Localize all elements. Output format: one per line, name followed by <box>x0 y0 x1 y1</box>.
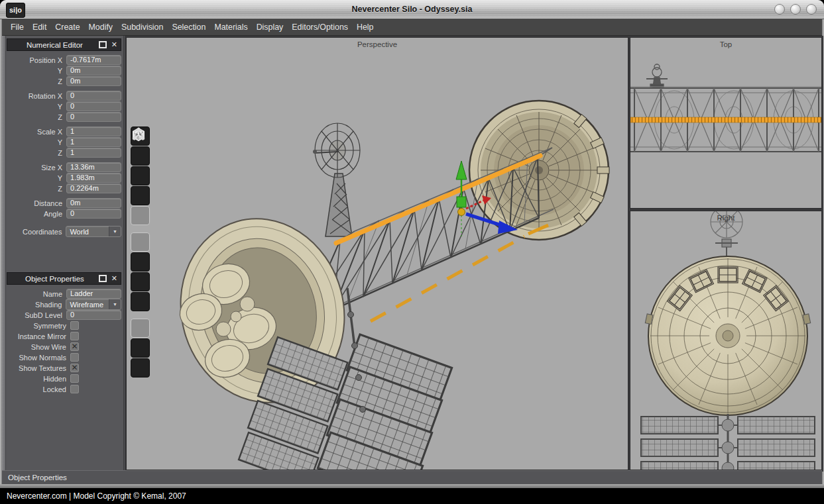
menu-help[interactable]: Help <box>357 23 373 32</box>
subd-level-input[interactable]: 0 <box>66 310 121 320</box>
field-label: Scale X <box>7 128 66 136</box>
numerical-editor-header[interactable]: Numerical Editor ✕ <box>7 38 121 51</box>
field-label: Show Textures <box>7 364 70 372</box>
right-antenna <box>711 211 742 258</box>
distance-input[interactable]: 0m <box>66 198 121 208</box>
menu-display[interactable]: Display <box>257 23 284 32</box>
rotate-tool-button[interactable] <box>131 252 150 272</box>
field-label: Y <box>7 138 66 146</box>
field-label: Instance Mirror <box>7 332 70 340</box>
show-textures-checkbox[interactable]: ✕ <box>70 364 79 372</box>
freeform-select-button[interactable] <box>131 319 150 338</box>
move-tool-button[interactable] <box>131 232 150 252</box>
maximize-button[interactable] <box>790 4 801 15</box>
chevron-down-icon: ▼ <box>109 299 121 309</box>
hidden-checkbox[interactable] <box>70 374 79 383</box>
panel-title: Numerical Editor <box>11 41 99 49</box>
field-label: Show Normals <box>7 354 70 362</box>
position-z-input[interactable]: 0m <box>66 76 121 86</box>
menu-edit[interactable]: Edit <box>32 23 46 32</box>
habitat-sphere <box>645 256 810 415</box>
close-icon[interactable]: ✕ <box>111 41 117 48</box>
field-label: Angle <box>7 210 66 218</box>
field-label: Y <box>7 103 66 111</box>
field-label: Locked <box>7 385 70 393</box>
face-mode-button[interactable] <box>131 166 150 185</box>
status-bar: Object Properties <box>2 470 822 484</box>
right-viewport[interactable]: Right <box>630 211 822 470</box>
field-label: SubD Level <box>7 311 66 319</box>
rotation-x-input[interactable]: 0 <box>66 91 121 101</box>
instance-mirror-checkbox[interactable] <box>70 332 79 340</box>
menu-selection[interactable]: Selection <box>172 23 206 32</box>
field-label: Rotation X <box>7 92 66 100</box>
restore-icon[interactable] <box>99 275 107 282</box>
radar-dish <box>313 123 360 236</box>
menu-create[interactable]: Create <box>55 23 80 32</box>
object-mode-button[interactable] <box>131 186 150 205</box>
top-ladder <box>630 117 821 123</box>
top-scene[interactable] <box>630 38 821 208</box>
title-bar[interactable]: si|o Nevercenter Silo - Odyssey.sia <box>0 0 824 19</box>
menu-materials[interactable]: Materials <box>214 23 247 32</box>
field-label: Distance <box>7 199 66 207</box>
position-y-input[interactable]: 0m <box>66 66 121 76</box>
restore-icon[interactable] <box>99 41 107 48</box>
multiselect-mode-button[interactable] <box>131 206 150 225</box>
edge-mode-button[interactable] <box>131 146 150 166</box>
perspective-scene[interactable] <box>127 38 628 470</box>
locked-checkbox[interactable] <box>70 385 79 393</box>
close-button[interactable] <box>806 4 817 15</box>
universal-manipulator-button[interactable] <box>131 292 150 311</box>
chevron-down-icon: ▼ <box>109 227 121 236</box>
minimize-button[interactable] <box>774 4 785 15</box>
footer-bar: Nevercenter.com | Model Copyright © Kema… <box>0 488 824 504</box>
menu-file[interactable]: File <box>11 23 24 32</box>
scale-x-input[interactable]: 1 <box>66 126 121 136</box>
panel-title: Object Properties <box>11 275 99 283</box>
angle-input[interactable]: 0 <box>66 209 121 219</box>
top-antenna <box>646 64 668 87</box>
area-select-button[interactable] <box>131 338 150 358</box>
scale-y-input[interactable]: 1 <box>66 137 121 147</box>
tool-column <box>131 126 150 378</box>
rotation-z-input[interactable]: 0 <box>66 112 121 122</box>
position-x-input[interactable]: -0.7617m <box>66 55 121 65</box>
right-solar-panels <box>641 414 815 470</box>
coordinates-dropdown[interactable]: World ▼ <box>66 226 121 237</box>
size-x-input[interactable]: 13.36m <box>66 162 121 172</box>
menu-modify[interactable]: Modify <box>89 23 113 32</box>
field-label: Y <box>7 67 66 75</box>
show-wire-checkbox[interactable]: ✕ <box>70 342 79 351</box>
field-label: Shading <box>7 301 66 309</box>
size-z-input[interactable]: 0.2264m <box>66 183 121 193</box>
object-name-input[interactable]: Ladder <box>66 289 121 299</box>
rotation-y-input[interactable]: 0 <box>66 101 121 111</box>
right-scene[interactable] <box>630 211 821 470</box>
window-controls <box>774 4 817 15</box>
menu-subdivision[interactable]: Subdivision <box>121 23 163 32</box>
paint-select-button[interactable] <box>131 358 150 378</box>
application-window: si|o Nevercenter Silo - Odyssey.sia File… <box>0 0 824 504</box>
field-label: Y <box>7 174 66 182</box>
scale-tool-button[interactable] <box>131 272 150 291</box>
habitat-drum <box>469 101 609 240</box>
menu-editors-options[interactable]: Editors/Options <box>292 23 348 32</box>
menu-bar: File Edit Create Modify Subdivision Sele… <box>2 19 822 36</box>
close-icon[interactable]: ✕ <box>111 275 117 282</box>
sidebar-grip[interactable] <box>2 36 6 470</box>
object-properties-header[interactable]: Object Properties ✕ <box>7 272 121 285</box>
top-viewport[interactable]: Top <box>630 37 822 209</box>
show-normals-checkbox[interactable] <box>70 353 79 362</box>
shading-dropdown[interactable]: Wireframe ▼ <box>66 299 121 310</box>
field-label: Coordinates <box>7 228 66 236</box>
field-label: Show Wire <box>7 343 70 351</box>
object-properties-panel: Object Properties ✕ NameLadder Shading W… <box>7 272 121 398</box>
size-y-input[interactable]: 1.983m <box>66 173 121 183</box>
left-sidebar: Numerical Editor ✕ Position X-0.7617m Y0… <box>2 36 124 470</box>
field-label: Hidden <box>7 375 70 383</box>
field-label: Z <box>7 185 66 193</box>
symmetry-checkbox[interactable] <box>70 321 79 330</box>
scale-z-input[interactable]: 1 <box>66 148 121 158</box>
perspective-viewport[interactable]: Perspective <box>126 37 628 470</box>
